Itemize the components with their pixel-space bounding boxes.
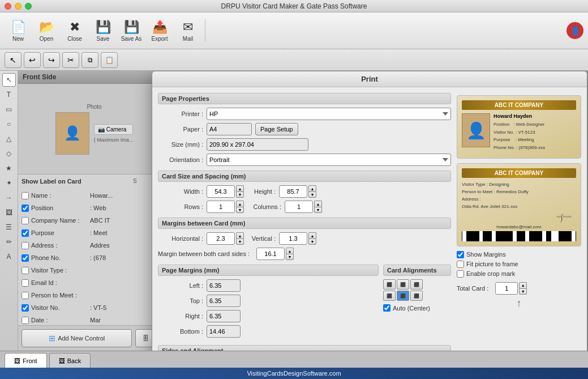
columns-input[interactable] [285,201,313,213]
mail-button[interactable]: ✉ Mail [174,15,201,46]
minimize-window-btn[interactable] [15,3,22,10]
add-new-control-button[interactable]: ⊞ Add New Control [22,329,132,347]
page-setup-button[interactable]: Page Setup [255,123,298,135]
select-tool[interactable]: ↖ [5,52,22,68]
image-tool[interactable]: 🖼 [2,206,16,219]
new-button[interactable]: 📄 New [5,15,32,46]
h-down[interactable]: ▼ [236,239,244,245]
export-button[interactable]: 📤 Export [146,15,173,46]
tc-down[interactable]: ▼ [519,288,527,295]
pencil-tool[interactable]: ✏ [2,235,16,249]
vertical-input[interactable] [279,232,307,245]
main-toolbar: 📄 New 📂 Open ✖ Close 💾 Save 💾 Save As 📤 … [0,12,588,49]
star-tool[interactable]: ★ [2,161,16,175]
save-as-label: Save As [121,36,142,42]
columns-up[interactable]: ▲ [314,201,322,207]
h-up[interactable]: ▲ [236,232,244,239]
cut-button[interactable]: ✂ [62,52,79,68]
tab-front[interactable]: 🖼 Front [5,353,47,368]
arrow-tool[interactable]: → [2,191,16,205]
visitor-type-checkbox[interactable] [22,267,29,274]
v-down[interactable]: ▼ [308,239,316,245]
printer-select[interactable]: HP [207,108,451,120]
auto-center-checkbox[interactable] [383,304,390,312]
show-margins-checkbox[interactable] [457,251,464,258]
close-button[interactable]: ✖ Close [61,15,88,46]
align-tc[interactable]: ⬛ [397,279,409,289]
diamond-tool[interactable]: ◇ [2,147,16,160]
phone-checkbox[interactable] [22,254,29,262]
pointer-tool[interactable]: ↖ [2,73,16,87]
purpose-checkbox[interactable] [22,229,29,237]
paper-input[interactable] [207,123,252,135]
tab-back[interactable]: 🖼 Back [49,353,91,368]
enable-crop-checkbox[interactable] [457,270,464,278]
rows-down[interactable]: ▼ [236,207,244,213]
right-input[interactable] [207,310,241,322]
rows-up[interactable]: ▲ [236,201,244,207]
camera-button[interactable]: 📷 Camera [94,124,134,135]
columns-spinner: ▲ ▼ [285,201,322,213]
open-label: Open [40,36,53,42]
redo-button[interactable]: ↪ [43,52,60,68]
columns-down[interactable]: ▼ [314,207,322,213]
left-row: Left : [158,279,379,292]
user-avatar[interactable]: 👤 [566,22,583,39]
width-up[interactable]: ▲ [236,185,244,191]
cross-tool[interactable]: ✦ [2,176,16,190]
bm-up[interactable]: ▲ [286,248,294,254]
size-input[interactable] [207,138,308,151]
text-tool[interactable]: T [2,88,16,101]
align-ml[interactable]: ⬛ [383,291,396,301]
height-down[interactable]: ▼ [308,191,316,198]
open-button[interactable]: 📂 Open [33,15,60,46]
align-mc[interactable]: ⬛ [397,291,409,301]
both-margin-input[interactable] [256,248,285,260]
email-checkbox[interactable] [22,279,29,287]
left-input[interactable] [207,279,241,292]
name-checkbox[interactable] [22,192,29,199]
bottom-input[interactable] [207,325,241,338]
circle-tool[interactable]: ○ [2,117,16,131]
horizontal-input[interactable] [207,232,235,245]
font-tool[interactable]: A [2,250,16,263]
width-down[interactable]: ▼ [236,191,244,198]
dialog-left-panel: Page Properties Printer : HP Paper : P [158,93,451,351]
orientation-select[interactable]: Portrait Landscape [207,154,451,166]
save-button[interactable]: 💾 Save [89,15,117,46]
top-input[interactable] [207,295,241,307]
paste-button[interactable]: 📋 [101,52,118,68]
triangle-tool[interactable]: △ [2,132,16,146]
tc-up[interactable]: ▲ [519,282,527,288]
add-new-control-label: Add New Control [58,335,105,342]
front-purpose: Meeting [518,137,534,142]
save-as-button[interactable]: 💾 Save As [118,15,145,46]
height-input[interactable] [279,185,307,198]
maximize-window-btn[interactable] [25,3,32,10]
close-window-btn[interactable] [5,3,11,10]
shape-tool[interactable]: ▭ [2,103,16,116]
v-up[interactable]: ▲ [308,232,316,239]
show-margins-row: Show Margins [457,251,581,258]
fit-picture-checkbox[interactable] [457,261,464,268]
address-checkbox[interactable] [22,242,29,249]
person-checkbox[interactable] [22,292,29,299]
align-tr[interactable]: ⬛ [410,279,423,289]
list-tool[interactable]: ☰ [2,220,16,234]
company-checkbox[interactable] [22,217,29,224]
height-up[interactable]: ▲ [308,185,316,191]
align-mr[interactable]: ⬛ [410,291,423,301]
width-input[interactable] [207,185,235,198]
fit-picture-row: Fit picture to frame [457,261,581,268]
position-checkbox[interactable] [22,205,29,212]
visitor-no-checkbox[interactable] [22,304,29,312]
total-card-input[interactable] [495,282,518,295]
card-size-section: Card Size and Spacing (mm) Width : ▲ ▼ [158,171,451,213]
photo-placeholder: 👤 [55,112,89,155]
bm-down[interactable]: ▼ [286,254,294,260]
rows-input[interactable] [207,201,235,213]
align-tl[interactable]: ⬛ [383,279,396,289]
copy-button[interactable]: ⧉ [81,52,98,68]
date-checkbox[interactable] [22,317,29,324]
undo-button[interactable]: ↩ [24,52,41,68]
